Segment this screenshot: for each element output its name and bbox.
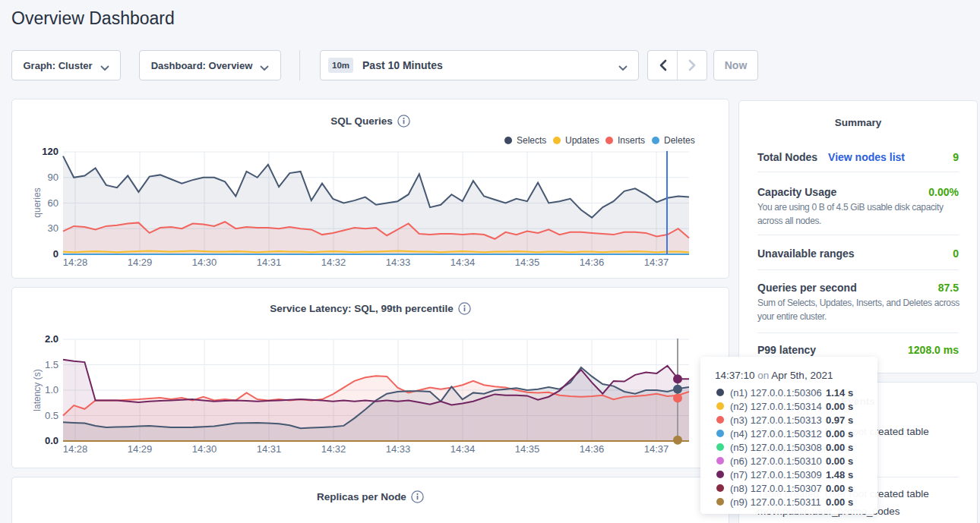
svg-text:14:32: 14:32 bbox=[321, 443, 346, 455]
svg-text:14:36: 14:36 bbox=[580, 257, 605, 268]
svg-text:14:31: 14:31 bbox=[257, 443, 282, 455]
svg-text:latency (s): latency (s) bbox=[32, 369, 43, 411]
svg-text:14:34: 14:34 bbox=[450, 443, 476, 455]
svg-text:0.5: 0.5 bbox=[45, 410, 58, 421]
svg-text:0: 0 bbox=[53, 248, 58, 260]
svg-text:120: 120 bbox=[42, 146, 58, 157]
svg-text:14:36: 14:36 bbox=[580, 443, 605, 455]
svg-text:14:37: 14:37 bbox=[644, 443, 669, 455]
svg-text:14:34: 14:34 bbox=[450, 257, 476, 268]
svg-text:queries: queries bbox=[32, 187, 43, 217]
svg-text:60: 60 bbox=[48, 197, 58, 209]
svg-text:90: 90 bbox=[48, 172, 58, 183]
svg-text:14:28: 14:28 bbox=[63, 257, 88, 268]
svg-text:14:32: 14:32 bbox=[321, 257, 346, 268]
svg-text:14:29: 14:29 bbox=[128, 257, 153, 268]
svg-text:14:28: 14:28 bbox=[63, 443, 88, 455]
svg-text:1.5: 1.5 bbox=[45, 359, 58, 370]
svg-text:14:30: 14:30 bbox=[192, 443, 217, 455]
svg-text:14:29: 14:29 bbox=[128, 443, 153, 455]
svg-text:14:33: 14:33 bbox=[386, 257, 411, 268]
svg-text:2.0: 2.0 bbox=[45, 333, 58, 345]
svg-text:14:31: 14:31 bbox=[257, 257, 282, 268]
svg-text:30: 30 bbox=[48, 222, 58, 234]
svg-text:1.0: 1.0 bbox=[45, 384, 58, 395]
svg-text:14:35: 14:35 bbox=[515, 257, 540, 268]
svg-text:14:30: 14:30 bbox=[192, 257, 217, 268]
svg-text:14:37: 14:37 bbox=[644, 257, 669, 268]
svg-text:14:33: 14:33 bbox=[386, 443, 411, 455]
svg-text:14:35: 14:35 bbox=[515, 443, 540, 455]
svg-text:0.0: 0.0 bbox=[45, 435, 58, 446]
